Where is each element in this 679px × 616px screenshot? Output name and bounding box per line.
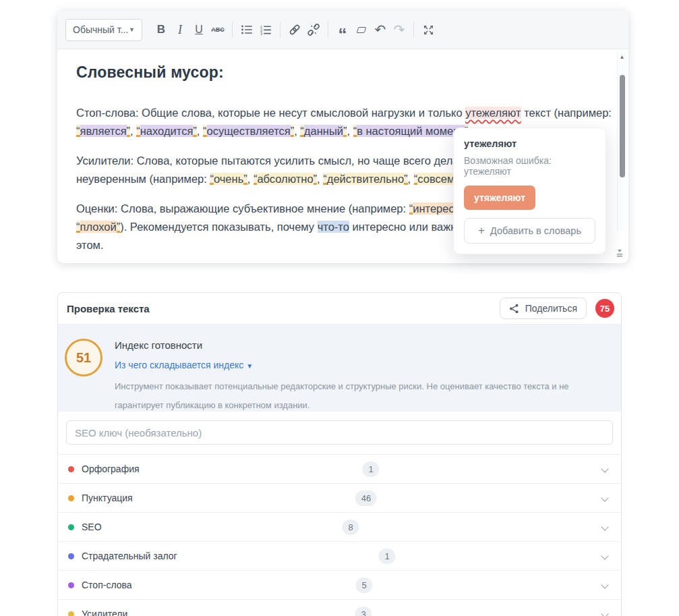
quote-mark[interactable]: “: [76, 221, 80, 233]
category-dot-icon: [68, 524, 74, 530]
style-dropdown-label: Обычный т...: [73, 24, 128, 35]
plain-text: ). Рекомендуется показывать, почему: [120, 221, 318, 233]
text-line: Стоп-слова: Общие слова, которые не несу…: [76, 104, 610, 122]
category-label: Пунктуация: [82, 493, 133, 503]
stop-word-highlight[interactable]: осуществляется: [207, 125, 291, 137]
editor-resize-handle[interactable]: [615, 248, 624, 260]
strikethrough-icon[interactable]: ABC: [208, 18, 227, 41]
category-count-badge: 8: [342, 520, 359, 535]
share-icon: [509, 304, 519, 314]
stop-word-highlight[interactable]: находится: [140, 125, 194, 137]
blockquote-icon[interactable]: “: [333, 18, 352, 41]
check-panel: Проверка текста Поделиться 75: [57, 292, 622, 616]
plain-text: Стоп-слова: Общие слова, которые не несу…: [76, 107, 465, 119]
category-label: Страдательный залог: [82, 551, 177, 561]
category-dot-icon: [68, 466, 74, 472]
category-count-badge: 46: [355, 491, 377, 506]
underline-icon[interactable]: U: [189, 18, 208, 41]
category-label: Стоп-слова: [82, 580, 132, 590]
redo-icon[interactable]: ↷: [390, 18, 409, 41]
panel-title: Проверка текста: [67, 303, 150, 314]
suggestion-button[interactable]: утяжеляют: [464, 186, 535, 210]
unlink-icon[interactable]: [304, 18, 323, 41]
share-button[interactable]: Поделиться: [500, 298, 587, 319]
category-row[interactable]: Усилители3: [58, 599, 621, 616]
category-count-badge: 3: [355, 607, 372, 616]
chevron-down-icon[interactable]: [601, 610, 608, 616]
quote-mark[interactable]: “: [203, 125, 207, 137]
plain-text: ,: [197, 125, 203, 137]
category-label: Усилители: [82, 609, 127, 616]
link-icon[interactable]: [285, 18, 304, 41]
toolbar-separator: [328, 22, 328, 38]
intensifier-highlight[interactable]: совсем: [417, 173, 454, 185]
index-details-link[interactable]: Из чего складывается индекс ▼: [115, 360, 253, 370]
quote-mark[interactable]: “: [323, 173, 327, 185]
fullscreen-icon[interactable]: [419, 18, 438, 41]
stop-word-highlight[interactable]: в настоящий момент: [357, 125, 465, 137]
chevron-down-icon: ▼: [129, 26, 135, 33]
category-row[interactable]: Пунктуация46: [58, 483, 621, 512]
scroll-up-icon[interactable]: ▲: [618, 54, 626, 60]
category-row[interactable]: Орфография1: [58, 454, 621, 483]
plain-text: неуверенным (например:: [76, 173, 210, 185]
category-count-badge: 1: [362, 461, 379, 477]
intensifier-highlight[interactable]: абсолютно: [257, 173, 313, 185]
category-dot-icon: [68, 495, 74, 501]
plain-text: этом.: [76, 239, 104, 251]
category-row[interactable]: Стоп-слова5: [58, 570, 621, 599]
plain-text: ,: [347, 125, 353, 137]
plain-text: ,: [408, 173, 414, 185]
plain-text: ,: [294, 125, 300, 137]
paragraph-style-dropdown[interactable]: Обычный т... ▼: [65, 19, 142, 41]
quote-mark[interactable]: “: [76, 125, 80, 137]
check-panel-header: Проверка текста Поделиться 75: [58, 293, 621, 325]
score-badge[interactable]: 75: [595, 299, 614, 318]
plus-icon: +: [478, 227, 485, 234]
seo-key-input[interactable]: [66, 420, 613, 445]
category-row[interactable]: SEO8: [58, 512, 621, 541]
eraser-icon[interactable]: [352, 18, 371, 41]
plain-text: ,: [317, 173, 323, 185]
plain-text: Усилители: Слова, которые пытаются усили…: [76, 155, 472, 167]
chevron-down-icon: ▼: [246, 362, 253, 370]
editor-scrollbar[interactable]: ▲: [617, 52, 626, 231]
plain-text: Оценки: Слова, выражающие субъективное м…: [76, 202, 409, 215]
plain-text: текст (например:: [521, 107, 612, 119]
chevron-down-icon[interactable]: [601, 465, 608, 472]
category-label: SEO: [82, 522, 102, 532]
undo-icon[interactable]: ↶: [371, 18, 390, 41]
intensifier-highlight[interactable]: очень: [214, 173, 243, 185]
evaluation-highlight[interactable]: плохой: [80, 221, 117, 233]
plain-text: ,: [130, 125, 136, 137]
plain-text: ,: [247, 173, 254, 185]
chevron-down-icon[interactable]: [601, 581, 608, 588]
category-count-badge: 5: [355, 578, 372, 593]
category-dot-icon: [68, 582, 74, 588]
numbered-list-icon[interactable]: 123: [256, 18, 275, 41]
category-dot-icon: [68, 553, 74, 559]
italic-icon[interactable]: I: [171, 18, 189, 41]
popup-word: утежеляют: [464, 138, 595, 149]
intensifier-highlight[interactable]: действительно: [327, 173, 404, 185]
index-description: Инструмент показывает потенциальные реда…: [115, 377, 605, 415]
chevron-down-icon[interactable]: [601, 523, 608, 530]
stop-word-highlight[interactable]: данный: [304, 125, 343, 137]
category-list: Орфография1Пунктуация46SEO8Страдательный…: [58, 454, 621, 616]
misspelled-word[interactable]: утежеляют: [465, 107, 521, 119]
chevron-down-icon[interactable]: [601, 552, 608, 559]
readiness-index-section: 51 Индекс готовности Из чего складываетс…: [58, 325, 621, 412]
chevron-down-icon[interactable]: [601, 494, 608, 501]
stop-word-highlight[interactable]: является: [80, 125, 127, 137]
editor-toolbar: Обычный т... ▼ BIUABC123“↶↷: [57, 11, 628, 49]
bullet-list-icon[interactable]: [237, 18, 256, 41]
popup-hint: Возможная ошибка: утежеляют: [464, 155, 595, 177]
quote-mark[interactable]: “: [136, 125, 140, 137]
bold-icon[interactable]: B: [152, 18, 171, 41]
scrollbar-thumb[interactable]: [620, 75, 625, 177]
add-to-dictionary-button[interactable]: + Добавить в словарь: [464, 218, 595, 244]
term-highlight[interactable]: что-то: [318, 221, 349, 233]
share-button-label: Поделиться: [525, 303, 577, 314]
category-row[interactable]: Страдательный залог1: [58, 541, 621, 570]
toolbar-buttons: BIUABC123“↶↷: [152, 18, 438, 41]
